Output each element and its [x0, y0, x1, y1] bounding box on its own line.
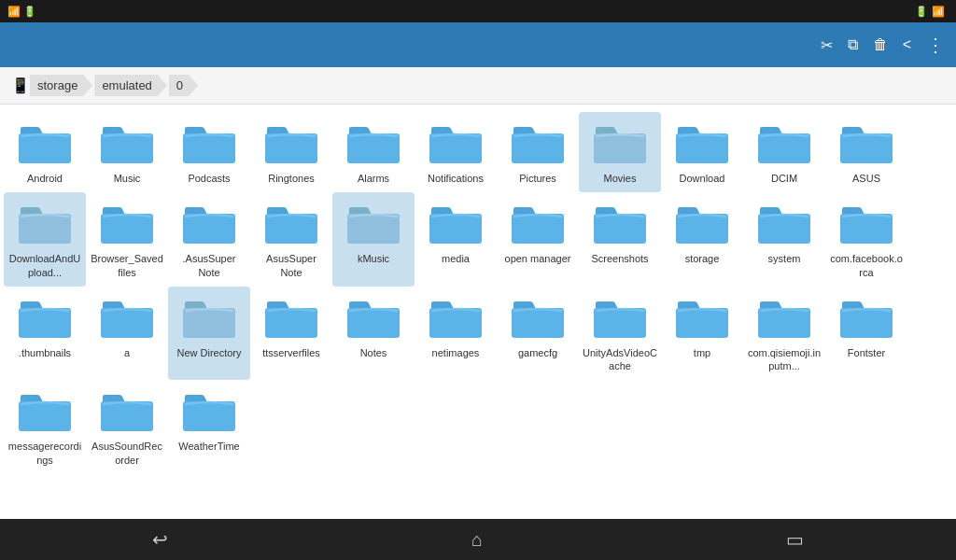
folder-name: a — [124, 346, 130, 359]
folder-item[interactable]: a — [86, 287, 168, 381]
folder-name: AsusSuper Note — [254, 252, 329, 279]
folder-icon — [181, 119, 237, 168]
folder-icon — [99, 387, 155, 436]
folder-icon — [99, 294, 155, 343]
folder-icon — [756, 200, 812, 248]
svg-rect-16 — [429, 214, 482, 244]
svg-rect-29 — [594, 308, 646, 338]
svg-rect-12 — [101, 214, 153, 244]
folder-item[interactable]: Alarms — [332, 112, 415, 192]
breadcrumb-0[interactable]: 0 — [169, 75, 198, 96]
folder-icon — [345, 294, 401, 343]
folder-item[interactable]: New Directory — [168, 287, 250, 381]
folder-name: Android — [27, 172, 63, 185]
svg-rect-22 — [19, 308, 71, 338]
folder-icon — [345, 200, 401, 248]
folder-icon — [592, 119, 648, 168]
folder-item[interactable]: .thumbnails — [4, 287, 86, 381]
copy-button[interactable]: ⧉ — [848, 36, 858, 53]
folder-icon — [510, 200, 566, 248]
more-button[interactable]: ⋮ — [926, 34, 945, 56]
share-button[interactable]: < — [903, 36, 911, 53]
svg-rect-33 — [19, 401, 71, 431]
folder-item[interactable]: .AsusSuper Note — [168, 192, 250, 287]
svg-rect-14 — [265, 214, 317, 244]
folder-item[interactable]: Android — [4, 112, 86, 192]
folder-item[interactable]: Ringtones — [250, 112, 332, 192]
folder-item[interactable]: AsusSuper Note — [250, 192, 332, 287]
folder-item[interactable]: AsusSoundRecorder — [86, 380, 168, 474]
folder-item[interactable]: ASUS — [825, 112, 907, 192]
folder-item[interactable]: media — [415, 192, 497, 287]
back-button[interactable]: ↩ — [130, 521, 190, 558]
svg-rect-18 — [594, 214, 646, 244]
folder-name: .AsusSuper Note — [172, 252, 246, 279]
folder-item[interactable]: netimages — [415, 287, 497, 381]
folder-icon — [510, 119, 566, 168]
svg-rect-10 — [840, 133, 893, 163]
folder-item[interactable]: WeatherTime — [168, 380, 250, 474]
folder-item[interactable]: kMusic — [332, 192, 415, 287]
folder-icon — [99, 119, 155, 168]
folder-item[interactable]: com.qisiemoji.inputm... — [743, 287, 825, 381]
cut-button[interactable]: ✂ — [821, 36, 833, 54]
folder-item[interactable]: tmp — [661, 287, 743, 381]
folder-name: Notifications — [428, 172, 484, 185]
home-button[interactable]: ⌂ — [449, 522, 505, 558]
svg-rect-13 — [183, 214, 235, 244]
folder-name: gamecfg — [518, 346, 557, 359]
folder-item[interactable]: DCIM — [743, 112, 825, 192]
svg-rect-28 — [512, 308, 564, 338]
folder-name: DownloadAndUpload... — [7, 252, 82, 279]
folder-item[interactable]: DownloadAndUpload... — [4, 192, 86, 287]
folder-item[interactable]: Notes — [332, 287, 415, 381]
folder-item[interactable]: UnityAdsVideoCache — [579, 287, 661, 381]
folder-item[interactable]: Movies — [579, 112, 661, 192]
folder-item[interactable]: Screenshots — [579, 192, 661, 287]
folder-item[interactable]: com.facebook.orca — [825, 192, 907, 287]
folder-item[interactable]: gamecfg — [497, 287, 579, 381]
svg-rect-23 — [101, 308, 153, 338]
folder-item[interactable]: Notifications — [415, 112, 497, 192]
battery-icon: 🔋 — [915, 6, 928, 18]
device-icon: 📱 — [11, 77, 30, 94]
folder-icon — [674, 200, 730, 248]
folder-name: Notes — [360, 346, 387, 359]
recent-button[interactable]: ▭ — [764, 521, 826, 558]
folder-icon — [345, 119, 401, 168]
folder-item[interactable]: ttsserverfiles — [250, 287, 332, 381]
folder-icon — [263, 119, 319, 168]
folder-icon — [428, 200, 484, 248]
folder-name: ASUS — [852, 172, 880, 185]
svg-rect-21 — [840, 214, 893, 244]
folder-icon — [428, 294, 484, 343]
delete-button[interactable]: 🗑 — [873, 36, 888, 53]
folder-icon — [838, 294, 894, 343]
folder-name: messagerecordings — [7, 440, 82, 467]
breadcrumb-emulated[interactable]: emulated — [94, 75, 166, 96]
folder-icon — [17, 200, 73, 248]
folder-item[interactable]: Browser_Savedfiles — [86, 192, 168, 287]
folder-name: tmp — [694, 346, 710, 359]
folder-item[interactable]: system — [743, 192, 825, 287]
svg-rect-17 — [512, 214, 564, 244]
status-left: 📶 🔋 — [7, 6, 36, 18]
action-bar-right: ✂ ⧉ 🗑 < ⋮ — [821, 34, 945, 56]
folder-icon — [17, 387, 73, 436]
folder-item[interactable]: Podcasts — [168, 112, 250, 192]
folder-item[interactable]: messagerecordings — [4, 380, 86, 474]
folder-item[interactable]: Pictures — [497, 112, 579, 192]
folder-item[interactable]: Fontster — [825, 287, 907, 381]
folder-icon — [17, 294, 73, 343]
folder-name: netimages — [432, 346, 480, 359]
svg-rect-0 — [19, 133, 71, 163]
svg-rect-5 — [429, 133, 482, 163]
folder-name: media — [442, 252, 470, 265]
folder-item[interactable]: open manager — [497, 192, 579, 287]
folder-name: New Directory — [176, 346, 241, 359]
breadcrumb-storage[interactable]: storage — [30, 75, 92, 96]
folder-item[interactable]: Music — [86, 112, 168, 192]
folder-item[interactable]: storage — [661, 192, 743, 287]
folder-name: AsusSoundRecorder — [90, 440, 164, 467]
folder-item[interactable]: Download — [661, 112, 743, 192]
